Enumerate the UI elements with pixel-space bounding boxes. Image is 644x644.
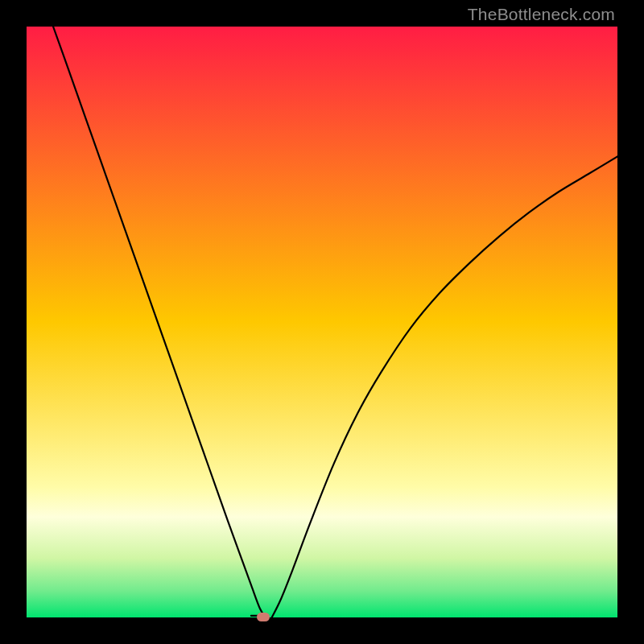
watermark-text: TheBottleneck.com — [468, 5, 615, 24]
bottleneck-curve — [27, 27, 617, 617]
plot-area — [27, 27, 617, 617]
outer-frame: TheBottleneck.com — [0, 0, 644, 644]
minimum-marker — [257, 613, 270, 621]
